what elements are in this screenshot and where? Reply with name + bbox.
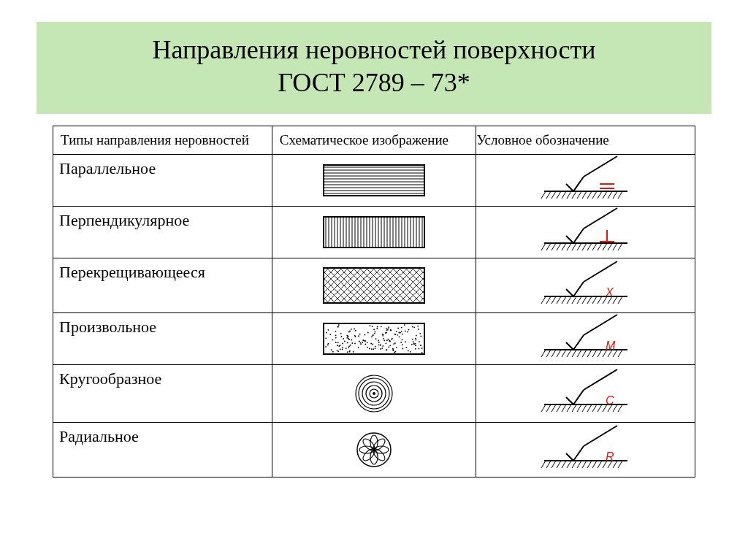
svg-point-176	[354, 343, 356, 345]
svg-point-278	[327, 345, 329, 346]
svg-line-75	[582, 243, 587, 250]
svg-line-373	[618, 404, 622, 412]
svg-line-140	[577, 296, 581, 304]
svg-point-217	[362, 342, 364, 343]
svg-line-367	[587, 404, 592, 412]
roughness-symbol-icon: R	[476, 424, 695, 475]
svg-point-200	[388, 347, 389, 348]
svg-point-325	[337, 350, 339, 352]
svg-point-160	[337, 350, 338, 351]
svg-point-211	[398, 332, 400, 334]
svg-line-344	[598, 350, 602, 357]
svg-point-210	[417, 326, 419, 327]
svg-point-173	[372, 326, 373, 327]
roughness-symbol-icon	[476, 155, 695, 206]
svg-line-134	[546, 296, 551, 304]
svg-point-227	[420, 336, 421, 337]
svg-point-264	[402, 344, 403, 345]
row-name-cell: Параллельное	[53, 155, 272, 207]
slide-title: Направления неровностей поверхности ГОСТ…	[42, 34, 706, 99]
svg-point-274	[402, 340, 403, 341]
svg-point-192	[371, 337, 373, 338]
svg-point-319	[355, 330, 356, 331]
svg-point-297	[359, 341, 360, 342]
svg-point-180	[383, 340, 385, 341]
svg-line-16	[562, 191, 566, 199]
svg-point-273	[382, 345, 383, 347]
svg-point-315	[381, 348, 383, 349]
svg-text:X: X	[605, 286, 614, 299]
svg-point-168	[386, 342, 387, 344]
roughness-symbol-icon: X	[476, 260, 695, 311]
svg-line-72	[567, 243, 571, 250]
svg-line-20	[582, 191, 587, 199]
svg-point-242	[411, 344, 413, 345]
svg-point-213	[415, 348, 416, 350]
schematic-cell	[272, 423, 476, 477]
svg-line-96	[323, 267, 349, 304]
svg-line-358	[541, 404, 546, 412]
row-name-cell: Перекрещивающееся	[53, 258, 272, 313]
svg-point-231	[332, 351, 334, 353]
svg-rect-10	[324, 165, 424, 196]
svg-line-142	[587, 296, 592, 304]
svg-point-237	[375, 348, 376, 349]
table-row: Произвольное M	[53, 313, 695, 365]
svg-point-230	[372, 344, 373, 345]
table-row: Кругообразное C	[53, 365, 695, 423]
svg-line-12	[541, 191, 546, 199]
svg-line-334	[546, 350, 551, 357]
table-body: Параллельное Перпендикулярное Перекрещив…	[53, 155, 695, 477]
svg-point-247	[396, 347, 397, 348]
svg-point-152	[348, 347, 349, 348]
svg-line-362	[562, 404, 566, 412]
svg-point-234	[378, 342, 380, 343]
svg-point-385	[373, 448, 375, 451]
svg-point-292	[386, 349, 388, 350]
schematic-cell	[272, 365, 476, 423]
title-block: Направления неровностей поверхности ГОСТ…	[37, 22, 711, 114]
symbol-cell: R	[476, 423, 695, 477]
row-name: Параллельное	[59, 159, 156, 177]
slide: Направления неровностей поверхности ГОСТ…	[0, 0, 748, 560]
table-row: Перпендикулярное	[53, 207, 695, 258]
svg-point-170	[383, 338, 384, 340]
svg-line-82	[618, 243, 622, 250]
row-name: Радиальное	[59, 427, 139, 445]
svg-point-270	[416, 335, 417, 337]
title-line1: Направления неровностей поверхности	[153, 35, 596, 64]
svg-point-154	[408, 329, 410, 331]
svg-line-359	[546, 404, 551, 412]
roughness-symbol-icon: C	[476, 368, 695, 419]
svg-line-402	[618, 461, 622, 468]
svg-line-340	[577, 350, 581, 357]
schematic-icon	[278, 267, 470, 304]
svg-text:M: M	[606, 340, 616, 352]
svg-line-14	[552, 191, 556, 199]
svg-line-348	[618, 350, 622, 357]
svg-line-343	[592, 350, 597, 357]
svg-point-307	[419, 333, 421, 334]
svg-line-363	[567, 404, 571, 412]
svg-line-396	[587, 461, 592, 468]
svg-point-165	[347, 342, 348, 344]
svg-line-333	[541, 350, 546, 357]
svg-line-26	[613, 191, 617, 199]
schematic-cell	[272, 207, 476, 258]
svg-point-304	[407, 331, 408, 333]
svg-point-256	[412, 339, 413, 340]
svg-point-330	[369, 348, 370, 350]
svg-point-281	[393, 350, 394, 351]
svg-point-177	[378, 340, 379, 342]
svg-point-290	[413, 341, 414, 342]
svg-line-93	[323, 267, 343, 304]
svg-point-175	[331, 349, 332, 350]
svg-line-149	[584, 261, 617, 282]
svg-point-320	[330, 334, 332, 335]
svg-point-252	[380, 348, 381, 350]
svg-line-398	[598, 461, 602, 468]
svg-line-147	[613, 296, 617, 304]
svg-line-71	[562, 243, 566, 250]
svg-line-139	[572, 296, 576, 304]
svg-point-183	[358, 335, 359, 337]
